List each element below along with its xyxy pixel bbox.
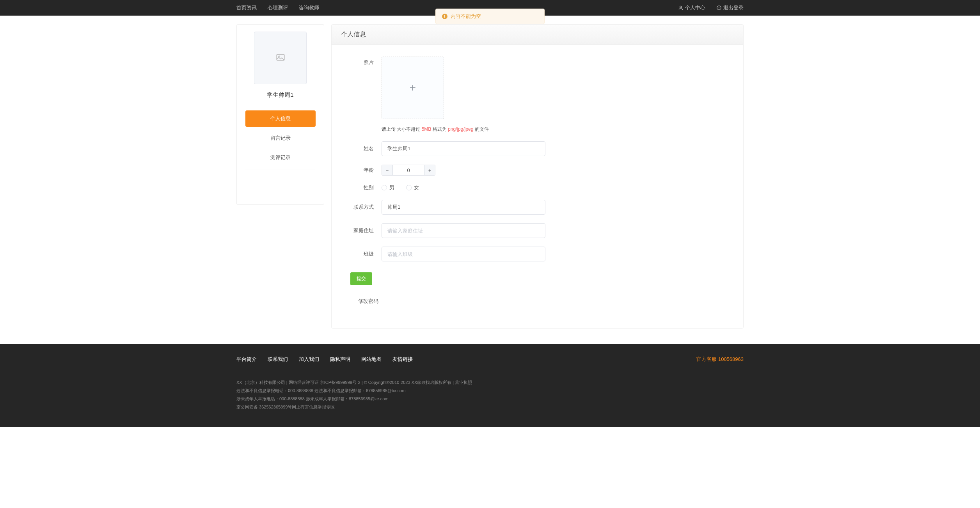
- photo-upload[interactable]: +: [382, 57, 444, 119]
- nav-link-assessment[interactable]: 心理测评: [268, 4, 288, 11]
- sidebar-item-messages[interactable]: 留言记录: [245, 130, 316, 146]
- address-input[interactable]: [382, 223, 545, 238]
- footer-link-about[interactable]: 平台简介: [236, 356, 257, 363]
- age-increase-button[interactable]: +: [424, 165, 435, 175]
- sidebar-item-profile[interactable]: 个人信息: [245, 110, 316, 127]
- sidebar-divider: [245, 169, 315, 169]
- footer-link-friends[interactable]: 友情链接: [392, 356, 413, 363]
- label-address: 家庭住址: [350, 227, 374, 234]
- nav-link-profile[interactable]: 个人中心: [678, 4, 705, 11]
- image-icon: [275, 52, 286, 64]
- class-input[interactable]: [382, 247, 545, 261]
- label-gender: 性别: [350, 184, 374, 191]
- footer-link-privacy[interactable]: 隐私声明: [330, 356, 350, 363]
- radio-circle-icon: [382, 185, 387, 190]
- footer-link-sitemap[interactable]: 网站地图: [361, 356, 382, 363]
- logout-icon: [716, 5, 722, 11]
- nav-link-logout[interactable]: 退出登录: [716, 4, 744, 11]
- label-name: 姓名: [350, 145, 374, 152]
- gender-radio-female[interactable]: 女: [406, 184, 419, 191]
- contact-input[interactable]: [382, 200, 545, 215]
- user-icon: [678, 5, 684, 11]
- sidebar-username: 学生帅周1: [237, 91, 324, 99]
- upload-hint: 请上传 大小不超过 5MB 格式为 png/jpg/jpeg 的文件: [382, 126, 724, 133]
- radio-circle-icon: [406, 185, 412, 190]
- avatar-placeholder[interactable]: [254, 32, 307, 84]
- footer-link-join[interactable]: 加入我们: [299, 356, 319, 363]
- footer-legal: XX（北京）科技有限公司 | 网络经营许可证 京ICP备9999999号-2 |…: [236, 378, 744, 411]
- name-input[interactable]: [382, 141, 545, 156]
- footer-link-contact[interactable]: 联系我们: [268, 356, 288, 363]
- label-photo: 照片: [350, 57, 374, 66]
- nav-link-home[interactable]: 首页资讯: [236, 4, 257, 11]
- submit-button[interactable]: 提交: [350, 272, 372, 285]
- label-contact: 联系方式: [350, 204, 374, 211]
- customer-service: 官方客服100568963: [696, 356, 744, 363]
- nav-link-teachers[interactable]: 咨询教师: [299, 4, 319, 11]
- toast-warning: 内容不能为空: [435, 9, 545, 24]
- age-stepper: − +: [382, 165, 435, 176]
- sidebar-item-records[interactable]: 测评记录: [245, 149, 316, 166]
- sidebar: 学生帅周1 个人信息 留言记录 测评记录: [236, 24, 324, 205]
- panel-title: 个人信息: [332, 25, 743, 45]
- change-password-link[interactable]: 修改密码: [350, 285, 724, 305]
- label-class: 班级: [350, 250, 374, 258]
- gender-radio-male[interactable]: 男: [382, 184, 394, 191]
- toast-text: 内容不能为空: [451, 13, 481, 19]
- profile-panel: 个人信息 照片 + 请上传 大小不超过 5MB 格式为 png/jpg/jpeg…: [331, 24, 744, 329]
- age-input[interactable]: [393, 165, 424, 175]
- age-decrease-button[interactable]: −: [382, 165, 393, 175]
- footer: 平台简介 联系我们 加入我们 隐私声明 网站地图 友情链接 官方客服100568…: [0, 344, 980, 427]
- svg-point-0: [680, 6, 682, 8]
- plus-icon: +: [410, 82, 416, 93]
- label-age: 年龄: [350, 167, 374, 174]
